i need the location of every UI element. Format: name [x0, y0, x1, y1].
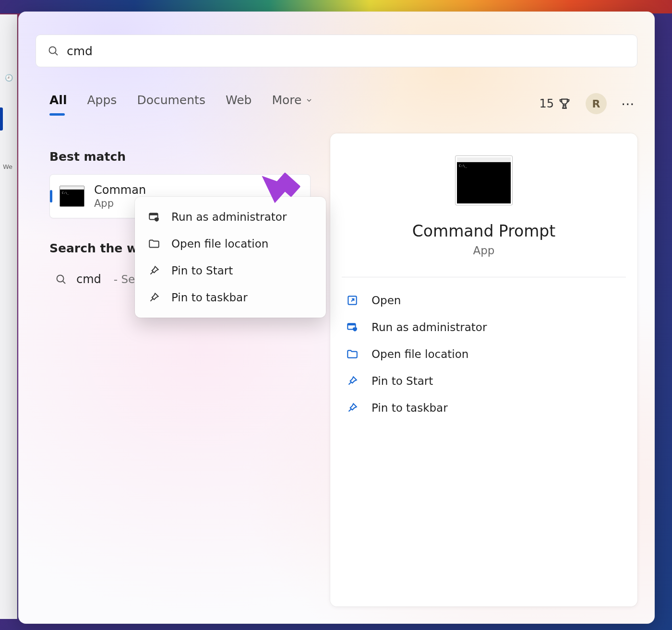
web-query: cmd	[76, 273, 101, 286]
ctx-label: Run as administrator	[171, 211, 287, 223]
search-bar[interactable]: cmd	[36, 35, 637, 67]
filter-tabs: All Apps Documents Web More	[49, 93, 313, 115]
pin-icon	[346, 401, 359, 415]
action-open[interactable]: Open	[344, 287, 624, 314]
pin-icon	[147, 291, 161, 304]
partially-visible-window: 🕘 We	[0, 14, 17, 619]
svg-rect-8	[348, 323, 355, 325]
svg-point-0	[49, 47, 56, 54]
command-prompt-icon: C:\_	[60, 186, 84, 207]
chevron-down-icon	[305, 96, 313, 104]
svg-rect-5	[149, 213, 157, 215]
action-label: Open	[372, 294, 401, 307]
action-label: Pin to taskbar	[372, 402, 448, 414]
ctx-label: Pin to taskbar	[171, 291, 248, 304]
web-hint: - Se	[114, 273, 135, 285]
windows-search-panel: cmd All Apps Documents Web More 15 R ⋯ B…	[18, 12, 655, 624]
ctx-pin-to-start[interactable]: Pin to Start	[139, 257, 322, 284]
header-right: 15 R ⋯	[539, 93, 636, 114]
tab-more[interactable]: More	[272, 93, 313, 115]
action-pin-to-taskbar[interactable]: Pin to taskbar	[344, 394, 624, 421]
desktop-background: 🕘 We cmd All Apps Documents Web More 15 …	[0, 0, 672, 630]
command-prompt-large-icon: C:\_	[455, 155, 513, 205]
tab-apps[interactable]: Apps	[87, 93, 117, 115]
ctx-label: Open file location	[171, 238, 268, 250]
search-icon	[48, 45, 59, 57]
avatar-initial: R	[592, 98, 600, 110]
pin-icon	[346, 374, 359, 388]
rewards-indicator[interactable]: 15	[539, 97, 571, 110]
svg-line-3	[63, 281, 65, 284]
detail-panel: C:\_ Command Prompt App Open Run as admi…	[330, 133, 637, 606]
action-label: Run as administrator	[372, 321, 487, 333]
open-icon	[346, 294, 359, 307]
action-label: Pin to Start	[372, 375, 433, 387]
context-menu: Run as administrator Open file location …	[135, 197, 326, 318]
tab-more-label: More	[272, 93, 301, 107]
search-icon	[55, 273, 67, 285]
action-open-file-location[interactable]: Open file location	[344, 341, 624, 368]
pin-icon	[147, 264, 161, 277]
svg-line-1	[55, 53, 58, 55]
action-run-as-administrator[interactable]: Run as administrator	[344, 314, 624, 341]
folder-icon	[346, 347, 359, 361]
partial-text: We	[3, 163, 12, 170]
action-label: Open file location	[372, 348, 468, 360]
ctx-label: Pin to Start	[171, 264, 233, 277]
ctx-pin-to-taskbar[interactable]: Pin to taskbar	[139, 284, 322, 311]
folder-icon	[147, 237, 161, 250]
divider	[342, 277, 626, 277]
ctx-open-file-location[interactable]: Open file location	[139, 230, 322, 257]
clock-icon: 🕘	[5, 74, 13, 82]
svg-point-2	[57, 275, 64, 282]
trophy-icon	[558, 97, 571, 110]
detail-title: Command Prompt	[344, 222, 624, 240]
ctx-run-as-administrator[interactable]: Run as administrator	[139, 203, 322, 230]
admin-shield-icon	[147, 210, 161, 224]
more-options-button[interactable]: ⋯	[621, 96, 636, 112]
best-match-heading: Best match	[49, 150, 311, 164]
user-avatar[interactable]: R	[586, 93, 607, 114]
tab-web[interactable]: Web	[226, 93, 252, 115]
search-input[interactable]: cmd	[67, 44, 625, 58]
selection-indicator	[0, 107, 3, 131]
detail-subtitle: App	[344, 244, 624, 257]
tab-documents[interactable]: Documents	[137, 93, 205, 115]
admin-shield-icon	[346, 321, 359, 334]
action-pin-to-start[interactable]: Pin to Start	[344, 368, 624, 394]
rewards-count: 15	[539, 97, 554, 110]
result-title: Comman	[94, 183, 146, 197]
tab-all[interactable]: All	[49, 93, 67, 115]
